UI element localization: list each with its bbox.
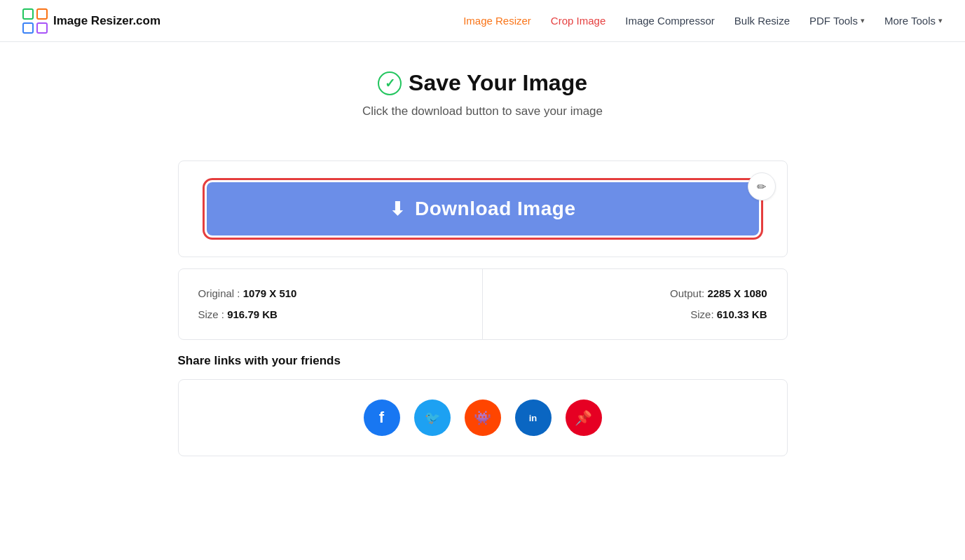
output-label: Output: (670, 287, 704, 299)
nav-more-tools-link[interactable]: More Tools (884, 15, 936, 27)
original-size-row: Size : 916.79 KB (198, 304, 463, 325)
logo-link[interactable]: Image Resizer.com (22, 8, 160, 34)
share-section: Share links with your friends f 🐦 👾 in 📌 (178, 354, 788, 456)
download-label: Download Image (415, 198, 575, 220)
output-dims-row: Output: 2285 X 1080 (502, 283, 767, 304)
pinterest-icon: 📌 (575, 409, 592, 426)
facebook-icon: f (379, 409, 384, 427)
original-size: 916.79 KB (227, 308, 278, 320)
nav-crop-image[interactable]: Crop Image (551, 15, 605, 27)
navbar: Image Resizer.com Image Resizer Crop Ima… (0, 0, 965, 42)
download-card: ✏ ⬇ Download Image (178, 161, 788, 257)
download-icon: ⬇ (390, 198, 406, 220)
reddit-icon: 👾 (474, 409, 491, 426)
subtitle: Click the download button to save your i… (362, 104, 603, 118)
more-tools-chevron-icon: ▾ (938, 16, 943, 25)
nav-pdf-tools-link[interactable]: PDF Tools (809, 15, 858, 27)
output-size: 610.33 KB (717, 308, 767, 320)
check-icon: ✓ (378, 71, 402, 95)
svg-rect-2 (23, 23, 33, 33)
nav-links: Image Resizer Crop Image Image Compresso… (463, 15, 943, 27)
output-dims: 2285 X 1080 (707, 287, 767, 299)
edit-button[interactable]: ✏ (748, 172, 776, 200)
nav-bulk-resize[interactable]: Bulk Resize (734, 15, 790, 27)
linkedin-icon: in (529, 413, 538, 423)
info-card: Original : 1079 X 510 Size : 916.79 KB O… (178, 268, 788, 340)
nav-crop-image-link[interactable]: Crop Image (551, 15, 605, 27)
download-button[interactable]: ⬇ Download Image (207, 182, 759, 235)
original-dims-row: Original : 1079 X 510 (198, 283, 463, 304)
main-content: ✓ Save Your Image Click the download but… (0, 42, 965, 470)
edit-icon: ✏ (757, 180, 766, 193)
nav-bulk-resize-link[interactable]: Bulk Resize (734, 15, 790, 27)
nav-image-compressor-link[interactable]: Image Compressor (625, 15, 715, 27)
facebook-share-button[interactable]: f (364, 399, 400, 436)
output-info: Output: 2285 X 1080 Size: 610.33 KB (483, 269, 787, 339)
linkedin-share-button[interactable]: in (515, 399, 552, 436)
nav-pdf-tools[interactable]: PDF Tools ▾ (809, 15, 865, 27)
pdf-tools-chevron-icon: ▾ (861, 16, 865, 25)
original-info: Original : 1079 X 510 Size : 916.79 KB (179, 269, 484, 339)
share-title: Share links with your friends (178, 354, 788, 368)
nav-more-tools[interactable]: More Tools ▾ (884, 15, 943, 27)
logo-icon (22, 8, 48, 34)
pinterest-share-button[interactable]: 📌 (566, 399, 602, 436)
twitter-share-button[interactable]: 🐦 (414, 399, 451, 436)
page-title: ✓ Save Your Image (378, 70, 587, 96)
share-card: f 🐦 👾 in 📌 (178, 379, 788, 456)
original-label: Original : (198, 287, 240, 299)
brand-name: Image Resizer.com (53, 14, 160, 28)
svg-rect-3 (37, 23, 47, 33)
output-size-label: Size: (690, 308, 713, 320)
output-size-row: Size: 610.33 KB (502, 304, 767, 325)
nav-image-compressor[interactable]: Image Compressor (625, 15, 715, 27)
svg-rect-0 (23, 9, 33, 19)
original-dims: 1079 X 510 (243, 287, 297, 299)
nav-more-tools-dropdown[interactable]: More Tools ▾ (884, 15, 943, 27)
reddit-share-button[interactable]: 👾 (465, 399, 501, 436)
twitter-icon: 🐦 (425, 410, 440, 425)
nav-image-resizer[interactable]: Image Resizer (463, 15, 531, 27)
nav-pdf-tools-dropdown[interactable]: PDF Tools ▾ (809, 15, 865, 27)
nav-image-resizer-link[interactable]: Image Resizer (463, 15, 531, 27)
svg-rect-1 (37, 9, 47, 19)
original-size-label: Size : (198, 308, 225, 320)
page-title-text: Save Your Image (409, 70, 587, 96)
